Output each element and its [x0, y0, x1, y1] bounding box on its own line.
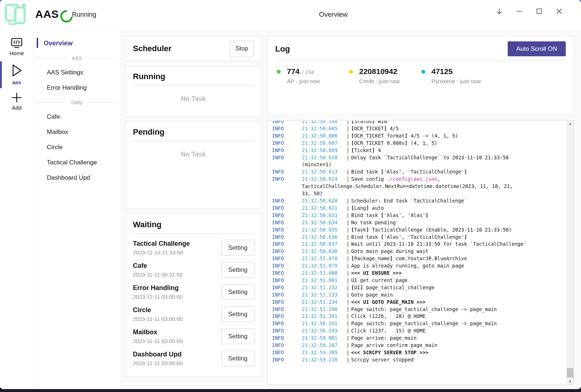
waiting-task-name: Tactical Challenge	[133, 240, 190, 248]
running-card: Running No Task	[125, 66, 262, 117]
scheduler-status: Running	[72, 11, 96, 19]
divider	[132, 85, 255, 86]
stat-label: AP - just now	[287, 78, 320, 85]
log-line: INFO21:32:50.620|Scheduler: End task `Ta…	[267, 197, 566, 205]
titlebar: AAS Running Overview	[0, 0, 581, 29]
resource-stat: 774/ 234AP - just now	[277, 67, 349, 85]
rail-aas-label: aas	[0, 79, 33, 85]
task-setting-button[interactable]: Setting	[221, 284, 255, 300]
log-line: INFO21:32:59.209|<<< SCRCPY SERVER STOP …	[267, 349, 566, 356]
log-scrollbar[interactable]: ▲ ▼	[566, 121, 574, 384]
log-line: INFO21:32:50.613|Bind task ['Alas', 'Tac…	[267, 168, 566, 176]
nav-section-divider: Daily	[34, 95, 120, 109]
nav-item-aas-settings[interactable]: AAS Settings	[34, 65, 120, 80]
app-window: AAS Running Overview Home	[0, 0, 581, 389]
task-nav: OverviewAASAAS SettingsError HandlingDai…	[34, 29, 120, 389]
update-button[interactable]	[493, 5, 505, 17]
nav-item-error-handling[interactable]: Error Handling	[34, 80, 120, 95]
log-line: INFO21:32:50.605|[OCR_TICKET] 4/5	[267, 125, 566, 132]
waiting-title: Waiting	[125, 214, 262, 229]
waiting-task-next-run: 2023-11-11 00:31:50	[133, 271, 183, 278]
waiting-task-next-run: 2023-11-10 21:33:50	[133, 249, 190, 256]
waiting-card: Waiting Tactical Challenge2023-11-10 21:…	[125, 214, 262, 377]
divider	[132, 140, 255, 141]
nav-section-divider: AAS	[34, 51, 120, 65]
nav-item-mailbox[interactable]: Mailbox	[34, 124, 120, 140]
page-title: Overview	[319, 11, 348, 19]
waiting-task-name: Cafe	[133, 262, 183, 270]
log-line: INFO21:32:59.207|Page arrive confirm pag…	[267, 342, 566, 349]
nav-item-cafe[interactable]: Cafe	[34, 109, 120, 124]
maximize-button[interactable]	[533, 5, 545, 17]
waiting-task-name: Mailbox	[133, 328, 183, 336]
scheduler-title: Scheduler	[133, 44, 171, 53]
log-line: INFO21:32:59.210|Scrcpy server stopped	[267, 356, 566, 364]
stat-value: 774	[287, 67, 300, 76]
stat-dot-icon	[349, 70, 353, 74]
nav-item-tactical-challenge[interactable]: Tactical Challenge	[34, 155, 120, 170]
stat-dot-icon	[277, 70, 281, 74]
waiting-task-name: Dashboard Upd	[133, 351, 183, 358]
waiting-task-info: Circle2023-11-11 03:00:00	[133, 306, 183, 322]
log-line: INFO21:32:50.635|[Task] TacticalChalleng…	[267, 226, 566, 234]
log-line: INFO21:32:51.241|Click (1226, 28) @ HOME	[267, 313, 566, 320]
waiting-task-next-run: 2023-11-11 03:00:00	[133, 294, 183, 300]
pending-title: Pending	[125, 122, 262, 137]
rail-item-aas[interactable]: aas	[0, 63, 33, 85]
waiting-task-info: Dashboard Upd2023-11-11 03:00:00	[133, 351, 183, 366]
waiting-task-list: Tactical Challenge2023-11-10 21:33:50Set…	[125, 234, 262, 369]
pending-empty-text: No Task	[125, 151, 262, 158]
task-setting-button[interactable]: Setting	[221, 306, 255, 322]
nav-item-overview[interactable]: Overview	[34, 35, 120, 51]
waiting-task-name: Circle	[133, 306, 183, 314]
waiting-task-row: Dashboard Upd2023-11-11 03:00:00Setting	[126, 347, 255, 369]
minimize-button[interactable]	[513, 5, 525, 17]
log-line: TacticalChallenge.Scheduler.NextRun=date…	[267, 183, 566, 190]
scheduler-card: Scheduler Stop	[125, 36, 262, 61]
log-line: INFO21:32:50.637|Wait until 2023-11-10 2…	[267, 241, 566, 248]
log-line: INFO21:32:56.293|Click (1237, 15) @ HOME	[267, 327, 566, 335]
task-setting-button[interactable]: Setting	[221, 351, 255, 366]
scrollbar-thumb[interactable]	[567, 368, 573, 377]
log-line: INFO21:32:50.607|[OCR_TICKET 0.008s] (4,…	[267, 140, 566, 147]
stat-label: Credit - just now	[359, 78, 400, 85]
waiting-task-row: Tactical Challenge2023-11-10 21:33:50Set…	[126, 237, 255, 259]
pending-card: Pending No Task	[125, 121, 262, 209]
waiting-task-next-run: 2023-11-11 03:00:00	[133, 316, 183, 322]
log-line: INFO21:32:50.610|Delay task `TacticalCha…	[267, 154, 566, 162]
scheduler-stop-button[interactable]: Stop	[230, 41, 254, 57]
rail-item-add[interactable]: Add	[0, 92, 33, 111]
rail-add-label: Add	[0, 105, 33, 111]
waiting-task-row: Circle2023-11-11 03:00:00Setting	[126, 303, 255, 325]
app-name: AAS	[35, 8, 59, 20]
task-setting-button[interactable]: Setting	[221, 240, 255, 256]
close-button[interactable]	[553, 5, 565, 17]
stat-value: 47125	[431, 67, 452, 76]
waiting-task-row: Mailbox2023-11-11 03:00:00Setting	[126, 325, 255, 347]
main-area: Scheduler Stop Running No Task Pending N…	[120, 29, 581, 389]
stat-dot-icon	[421, 70, 425, 74]
resource-stats: 774/ 234AP - just now220810942Credit - j…	[267, 61, 574, 85]
autoscroll-toggle-button[interactable]: Auto Scroll ON	[508, 41, 566, 56]
stat-label: Pyroxene - just now	[431, 78, 481, 85]
log-line: (minute=1)	[267, 161, 566, 168]
rail-item-home[interactable]: Home	[0, 37, 33, 56]
log-line: INFO21:32:51.080|<<< UI ENSURE >>>	[267, 270, 566, 277]
task-setting-button[interactable]: Setting	[221, 328, 255, 344]
log-line: INFO21:32:50.606|[OCR_TICKET format] 4/5…	[267, 132, 566, 140]
log-card: Log Auto Scroll ON 774/ 234AP - just now…	[267, 36, 574, 115]
log-line: 33, 50)	[267, 190, 566, 197]
nav-item-circle[interactable]: Circle	[34, 140, 120, 155]
log-line: INFO21:32:51.079|App is already running,…	[267, 262, 566, 270]
waiting-task-info: Mailbox2023-11-11 03:00:00	[133, 328, 183, 344]
log-line: INFO21:32:59.001|Page arrive: page_main	[267, 335, 566, 342]
log-title: Log	[275, 44, 290, 54]
scroll-up-icon[interactable]: ▲	[566, 121, 574, 127]
log-line: INFO21:32:51.240|Page switch: page_tacti…	[267, 306, 566, 313]
waiting-task-next-run: 2023-11-11 03:00:00	[133, 338, 183, 344]
task-setting-button[interactable]: Setting	[221, 262, 255, 278]
log-line: INFO21:32:51.233|Goto page_main	[267, 291, 566, 299]
scroll-down-icon[interactable]: ▼	[566, 379, 574, 384]
log-line: INFO21:32:50.609|[Ticket] 4	[267, 147, 566, 154]
nav-item-dashboard-upd[interactable]: Dashboard Upd	[34, 170, 120, 185]
